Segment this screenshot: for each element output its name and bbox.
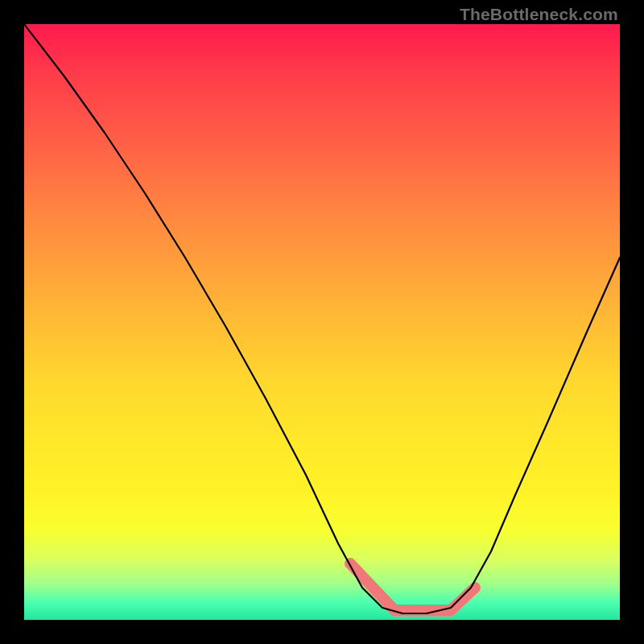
plot-area bbox=[24, 24, 620, 620]
curve-svg bbox=[24, 24, 620, 620]
main-curve bbox=[24, 24, 620, 613]
chart-frame: TheBottleneck.com bbox=[0, 0, 644, 644]
watermark-text: TheBottleneck.com bbox=[460, 5, 618, 24]
